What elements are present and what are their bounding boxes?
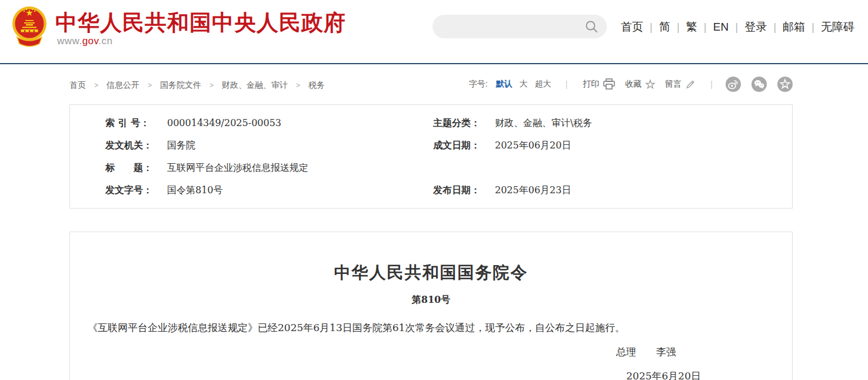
site-url: www.gov.cn (57, 35, 112, 47)
decree-date: 2025年6月20日 (70, 369, 792, 380)
decree-body-paragraph: 《互联网平台企业涉税信息报送规定》已经2025年6月13日国务院第61次常务会议… (88, 320, 774, 335)
url-highlight: gov (82, 35, 99, 47)
star-outline-icon (645, 79, 656, 90)
article-toolbar: 字号: 默认 大 超大 | 打印 收藏 留言 (469, 77, 793, 92)
weibo-icon[interactable] (726, 77, 741, 92)
nav-simplified[interactable]: 简 (659, 19, 686, 35)
wechat-icon[interactable] (751, 77, 767, 92)
breadcrumb-tax[interactable]: 税务 (308, 80, 325, 91)
meta-value-topic-category: 财政、金融、审计\税务 (495, 117, 592, 130)
decree-title: 中华人民共和国国务院令 (70, 262, 792, 284)
nav-english[interactable]: EN (713, 21, 744, 34)
comment-button[interactable]: 留言 (665, 79, 695, 90)
site-title: 中华人民共和国中央人民政府 (55, 8, 346, 38)
document-content-panel: 中华人民共和国国务院令 第810号 《互联网平台企业涉税信息报送规定》已经202… (69, 232, 793, 380)
meta-row-title: 标 题： 互联网平台企业涉税信息报送规定 (70, 162, 792, 184)
nav-accessibility[interactable]: 无障碍 (821, 19, 854, 35)
nav-mailbox[interactable]: 邮箱 (783, 19, 821, 35)
breadcrumb-home[interactable]: 首页 (69, 80, 107, 91)
meta-value-written-date: 2025年06月20日 (495, 140, 571, 152)
gov-cn-page: 中华人民共和国中央人民政府 www.gov.cn 首页 简 繁 EN 登录 邮箱… (0, 0, 868, 380)
site-search (433, 15, 607, 38)
qzone-star-icon[interactable] (777, 77, 793, 92)
pencil-icon (685, 80, 695, 90)
breadcrumb-state-council-docs[interactable]: 国务院文件 (160, 80, 222, 91)
font-size-label: 字号: (469, 79, 488, 90)
toolbar-divider: | (566, 80, 568, 89)
font-size-large-button[interactable]: 大 (520, 79, 528, 90)
search-input[interactable] (433, 22, 584, 32)
comment-label: 留言 (665, 79, 681, 90)
meta-value-index-number: 000014349/2025-00053 (167, 117, 281, 128)
print-label: 打印 (583, 79, 599, 90)
nav-traditional[interactable]: 繁 (686, 19, 713, 35)
search-icon[interactable] (584, 19, 598, 34)
social-share-group (726, 77, 793, 92)
breadcrumb: 首页 信息公开 国务院文件 财政、金融、审计 税务 (69, 80, 325, 91)
meta-label-title: 标 题： (105, 162, 152, 174)
nav-login[interactable]: 登录 (744, 19, 783, 35)
meta-row-issuing-agency: 发文机关： 国务院 成文日期： 2025年06月20日 (70, 140, 792, 162)
nav-home[interactable]: 首页 (621, 19, 659, 35)
meta-row-index: 索 引 号： 000014349/2025-00053 主题分类： 财政、金融、… (70, 117, 792, 140)
url-prefix: www. (57, 35, 82, 47)
meta-label-written-date: 成文日期： (433, 140, 480, 152)
meta-row-document-number: 发文字号： 国令第810号 发布日期： 2025年06月23日 (70, 184, 792, 207)
toolbar-divider: | (710, 80, 713, 89)
font-size-xlarge-button[interactable]: 超大 (535, 79, 551, 90)
breadcrumb-finance[interactable]: 财政、金融、审计 (222, 80, 308, 91)
meta-label-topic-category: 主题分类： (433, 117, 480, 130)
national-emblem-logo[interactable] (12, 4, 47, 52)
national-emblem-icon (12, 4, 47, 50)
decree-signature: 总理 李强 (70, 345, 792, 359)
meta-label-issuing-agency: 发文机关： (105, 140, 152, 152)
meta-value-document-number: 国令第810号 (167, 184, 223, 197)
meta-value-publish-date: 2025年06月23日 (495, 184, 571, 197)
meta-value-issuing-agency: 国务院 (167, 140, 195, 152)
meta-label-index-number: 索 引 号： (105, 117, 149, 130)
meta-label-document-number: 发文字号： (105, 184, 152, 197)
url-suffix: .cn (98, 35, 112, 47)
site-header: 中华人民共和国中央人民政府 www.gov.cn 首页 简 繁 EN 登录 邮箱… (0, 0, 868, 64)
document-metadata-panel: 索 引 号： 000014349/2025-00053 主题分类： 财政、金融、… (69, 104, 793, 209)
print-button[interactable]: 打印 (583, 78, 616, 90)
font-size-default-button[interactable]: 默认 (496, 79, 513, 90)
favorite-label: 收藏 (625, 79, 641, 90)
favorite-button[interactable]: 收藏 (625, 79, 656, 90)
meta-label-publish-date: 发布日期： (433, 184, 480, 197)
breadcrumb-info-disclosure[interactable]: 信息公开 (107, 80, 160, 91)
meta-value-title: 互联网平台企业涉税信息报送规定 (167, 162, 308, 174)
breadcrumb-toolbar-row: 首页 信息公开 国务院文件 财政、金融、审计 税务 字号: 默认 大 超大 | … (0, 65, 868, 98)
decree-number: 第810号 (70, 294, 792, 306)
top-nav: 首页 简 繁 EN 登录 邮箱 无障碍 (621, 19, 854, 35)
printer-icon (603, 78, 616, 90)
